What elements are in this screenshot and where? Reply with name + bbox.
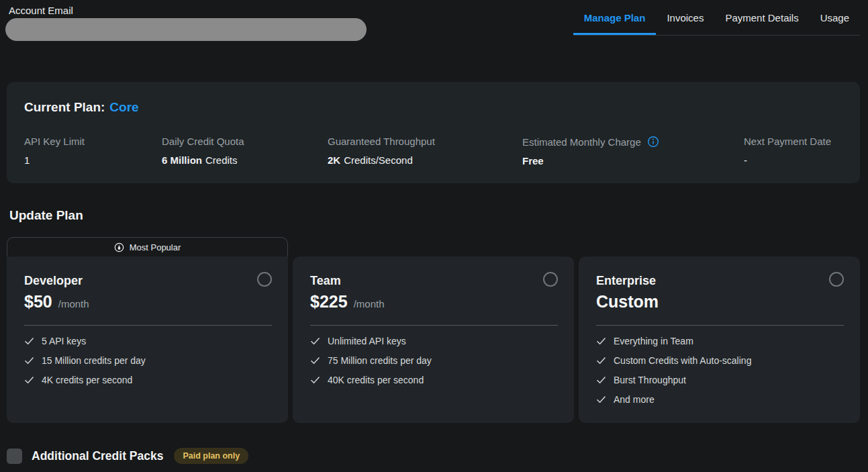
most-popular-banner: Most Popular [7, 237, 288, 257]
stat-label: Estimated Monthly Charge [522, 136, 641, 148]
plan-features: Unlimited API keys 75 Million credits pe… [310, 331, 558, 389]
feature-label: 5 API keys [42, 336, 86, 346]
check-icon [596, 376, 606, 384]
plan-name: Team [310, 274, 341, 288]
stat-value-strong: 6 Million [162, 154, 202, 166]
divider [310, 325, 558, 326]
plan-radio-team[interactable] [543, 272, 558, 287]
plan-card-enterprise[interactable]: Enterprise Custom Everything in Team Cus… [579, 256, 860, 423]
check-icon [310, 376, 320, 384]
feature-label: And more [614, 394, 655, 405]
stat-value: 6 MillionCredits [162, 154, 328, 166]
plan-price: $225 [310, 292, 348, 312]
plan-name: Enterprise [596, 274, 656, 288]
stat-value: 1 [24, 154, 162, 166]
plan-radio-developer[interactable] [257, 272, 272, 287]
stat-label: API Key Limit [24, 136, 85, 147]
tab-manage-plan[interactable]: Manage Plan [573, 0, 657, 35]
stat-label: Next Payment Date [744, 136, 831, 147]
feature-item: Custom Credits with Auto-scaling [596, 350, 844, 370]
current-plan-title-prefix: Current Plan: [24, 100, 105, 114]
tab-payment-details[interactable]: Payment Details [714, 0, 809, 35]
divider [24, 325, 272, 326]
feature-label: Unlimited API keys [328, 336, 406, 346]
check-icon [24, 357, 34, 365]
stat-value-normal: - [744, 154, 747, 166]
stat-value-normal: Credits [205, 154, 238, 166]
feature-item: 4K credits per second [24, 370, 272, 389]
account-email-label: Account Email [9, 5, 73, 16]
billing-page: Account Email Manage Plan Invoices Payme… [0, 0, 868, 472]
stat-value: Free [522, 155, 744, 167]
plan-card-team[interactable]: Team $225 /month Unlimited API keys 75 M… [293, 256, 574, 423]
feature-label: Custom Credits with Auto-scaling [614, 355, 751, 366]
stat-estimated-monthly-charge: Estimated Monthly Charge Free [522, 136, 744, 167]
plan-price: $50 [24, 292, 52, 312]
current-plan-title: Current Plan:Core [24, 100, 139, 115]
feature-label: 15 Million credits per day [42, 355, 146, 366]
plan-card-developer[interactable]: Developer $50 /month 5 API keys 15 Milli… [7, 256, 288, 423]
check-icon [24, 376, 34, 384]
fire-icon [114, 242, 124, 252]
plan-period: /month [58, 298, 89, 310]
divider [596, 325, 844, 326]
check-icon [310, 337, 320, 345]
feature-label: Everything in Team [614, 336, 693, 346]
check-icon [596, 337, 606, 345]
stat-value: 2KCredits/Second [328, 154, 522, 166]
stat-next-payment-date: Next Payment Date - [744, 136, 851, 167]
tab-invoices[interactable]: Invoices [656, 0, 714, 35]
plan-name: Developer [24, 274, 83, 288]
current-plan-card: Current Plan:Core API Key Limit 1 Daily … [7, 82, 860, 183]
stat-value-normal: Credits/Second [344, 154, 413, 166]
credit-packs-label: Additional Credit Packs [32, 449, 163, 463]
info-icon[interactable] [647, 136, 659, 148]
plan-features: Everything in Team Custom Credits with A… [596, 331, 844, 409]
tab-bar: Manage Plan Invoices Payment Details Usa… [573, 0, 860, 36]
additional-credit-packs-row: Additional Credit Packs Paid plan only [7, 448, 248, 464]
stat-value-normal: 1 [24, 154, 30, 166]
stat-guaranteed-throughput: Guaranteed Throughput 2KCredits/Second [328, 136, 522, 167]
feature-item: 40K credits per second [310, 370, 558, 389]
stat-daily-credit-quota: Daily Credit Quota 6 MillionCredits [162, 136, 328, 167]
feature-item: Burst Throughput [596, 370, 844, 389]
feature-item: 5 API keys [24, 331, 272, 350]
most-popular-label: Most Popular [130, 242, 181, 252]
feature-label: 75 Million credits per day [328, 355, 432, 366]
stat-value-strong: 2K [328, 154, 340, 166]
check-icon [596, 357, 606, 365]
update-plan-heading: Update Plan [9, 208, 83, 223]
check-icon [24, 337, 34, 345]
current-plan-name: Core [109, 100, 138, 114]
credit-packs-checkbox[interactable] [7, 449, 22, 464]
check-icon [596, 395, 606, 404]
stat-value-strong: Free [522, 155, 544, 167]
feature-label: 4K credits per second [42, 375, 132, 385]
stat-label: Guaranteed Throughput [328, 136, 435, 147]
feature-item: And more [596, 389, 844, 409]
feature-label: Burst Throughput [614, 375, 686, 385]
stat-value: - [744, 154, 851, 166]
plan-radio-enterprise[interactable] [829, 272, 844, 287]
plan-features: 5 API keys 15 Million credits per day 4K… [24, 331, 272, 389]
tab-usage[interactable]: Usage [810, 0, 860, 35]
stat-label: Daily Credit Quota [162, 136, 244, 147]
plan-price: Custom [596, 292, 659, 312]
stat-api-key-limit: API Key Limit 1 [24, 136, 162, 167]
feature-item: Everything in Team [596, 331, 844, 350]
plan-period: /month [354, 298, 385, 310]
feature-item: 75 Million credits per day [310, 350, 558, 370]
current-plan-stats: API Key Limit 1 Daily Credit Quota 6 Mil… [24, 136, 851, 167]
account-email-input[interactable] [5, 18, 367, 41]
check-icon [310, 357, 320, 365]
feature-item: Unlimited API keys [310, 331, 558, 350]
feature-item: 15 Million credits per day [24, 350, 272, 370]
feature-label: 40K credits per second [328, 375, 424, 385]
paid-plan-only-badge: Paid plan only [174, 448, 248, 464]
